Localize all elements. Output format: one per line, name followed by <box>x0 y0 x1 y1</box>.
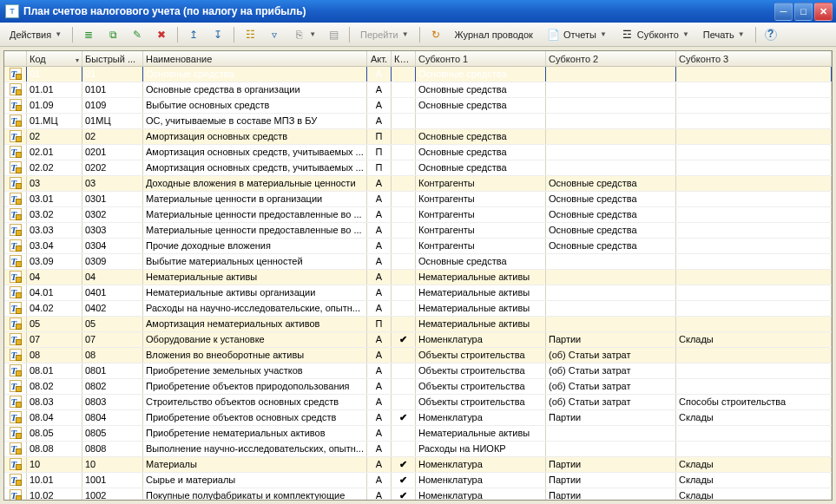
table-row[interactable]: T03.040304Прочие доходные вложенияАКонтр… <box>4 239 832 254</box>
table-row[interactable]: T10.021002Покупные полуфабрикаты и компл… <box>4 488 832 500</box>
reports-menu[interactable]: 📄 Отчеты ▼ <box>541 25 613 44</box>
paste-button[interactable]: ▤ <box>322 25 345 44</box>
col-icon[interactable] <box>4 51 27 67</box>
table-row[interactable]: T02.020202Амортизация основных средств, … <box>4 160 832 176</box>
cell-qty <box>392 254 416 269</box>
table-row[interactable]: T01.МЦ01МЦОС, учитываемые в составе МПЗ … <box>4 114 832 129</box>
cell-sub1: Контрагенты <box>416 239 546 253</box>
cell-sub3: Способы строительства <box>676 395 832 409</box>
cell-sub2 <box>546 145 676 160</box>
table-row[interactable]: T08.080808Выполнение научно-исследовател… <box>4 442 832 457</box>
add-copy-icon: ⧉ <box>106 28 120 42</box>
table-row[interactable]: T04.010401Нематериальные активы организа… <box>4 285 832 301</box>
account-icon: T <box>10 146 22 158</box>
table-row[interactable]: T08.010801Приобретение земельных участко… <box>4 363 832 379</box>
account-icon: T <box>10 411 22 423</box>
edit-button[interactable]: ✎ <box>126 25 148 44</box>
cell-name: Покупные полуфабрикаты и комплектующие <box>143 488 367 500</box>
table-row[interactable]: T0707Оборудование к установкеА✔Номенклат… <box>4 332 832 348</box>
table-row[interactable]: T03.090309Выбытие материальных ценностей… <box>4 254 832 270</box>
edit-icon: ✎ <box>130 28 144 42</box>
actions-menu[interactable]: Действия ▼ <box>3 25 68 44</box>
cell-sub3 <box>676 192 832 206</box>
cell-act: А <box>367 82 392 97</box>
grid-body[interactable]: T0101Основные средстваАОсновные средства… <box>4 67 832 500</box>
cell-name: Нематериальные активы <box>143 270 367 285</box>
table-row[interactable]: T01.090109Выбытие основных средствАОснов… <box>4 98 832 114</box>
minimize-button[interactable]: ─ <box>774 3 793 21</box>
refresh-button[interactable]: ↻ <box>425 25 447 44</box>
cell-code: 05 <box>27 317 82 331</box>
cell-quick: 0402 <box>82 301 143 316</box>
table-row[interactable]: T0505Амортизация нематериальных активовП… <box>4 317 832 332</box>
table-row[interactable]: T10.011001Сырье и материалыА✔Номенклатур… <box>4 473 832 488</box>
cell-qty <box>392 395 416 409</box>
move-down-button[interactable]: ↧ <box>207 25 229 44</box>
col-name[interactable]: Наименование <box>143 51 367 67</box>
subconto-menu[interactable]: ☲ Субконто ▼ <box>615 25 695 44</box>
row-icon-cell: T <box>4 317 27 331</box>
table-row[interactable]: T01.010101Основные средства в организаци… <box>4 82 832 98</box>
goto-menu[interactable]: Перейти ▼ <box>354 25 415 44</box>
table-row[interactable]: T0101Основные средстваАОсновные средства <box>4 67 832 82</box>
cell-quick: 0805 <box>82 426 143 441</box>
print-menu[interactable]: Печать ▼ <box>697 25 751 44</box>
cell-sub2 <box>546 270 676 285</box>
table-row[interactable]: T08.050805Приобретение нематериальных ак… <box>4 426 832 442</box>
col-sub2[interactable]: Субконто 2 <box>546 51 676 67</box>
delete-button[interactable]: ✖ <box>150 25 173 44</box>
table-row[interactable]: T03.020302Материальные ценности предоста… <box>4 207 832 223</box>
account-icon: T <box>10 349 22 361</box>
print-label: Печать <box>703 29 734 40</box>
add-copy-button[interactable]: ⧉ <box>102 25 124 44</box>
cell-sub2 <box>546 301 676 316</box>
col-sub3[interactable]: Субконто 3 <box>676 51 832 67</box>
table-row[interactable]: T08.040804Приобретение объектов основных… <box>4 410 832 426</box>
table-row[interactable]: T0808Вложения во внеоборотные активыАОбъ… <box>4 348 832 363</box>
close-button[interactable]: ✕ <box>814 3 833 21</box>
account-icon: T <box>10 161 22 173</box>
cell-sub1: Основные средства <box>416 98 546 113</box>
cell-quick: 04 <box>82 270 143 285</box>
help-button[interactable]: ? <box>760 25 781 44</box>
table-row[interactable]: T0303Доходные вложения в материальные це… <box>4 176 832 192</box>
copy-button[interactable]: ⎘▼ <box>287 25 320 44</box>
cell-code: 08.05 <box>27 426 82 441</box>
cell-qty <box>392 285 416 300</box>
filter-button[interactable]: ▿ <box>263 25 286 44</box>
row-icon-cell: T <box>4 98 27 113</box>
cell-name: Расходы на научно-исследовательские, опы… <box>143 301 367 316</box>
cell-sub2: (об) Статьи затрат <box>546 395 676 409</box>
accounts-grid[interactable]: Код Быстрый ... Наименование Акт. Кол. С… <box>3 50 833 501</box>
col-qty[interactable]: Кол. <box>392 51 416 67</box>
table-row[interactable]: T0404Нематериальные активыАНематериальны… <box>4 270 832 285</box>
move-up-button[interactable]: ↥ <box>182 25 205 44</box>
table-row[interactable]: T03.010301Материальные ценности в органи… <box>4 192 832 207</box>
cell-sub2 <box>546 317 676 331</box>
col-sub1[interactable]: Субконто 1 <box>416 51 546 67</box>
col-quick[interactable]: Быстрый ... <box>82 51 143 67</box>
col-code[interactable]: Код <box>27 51 82 67</box>
cell-qty <box>392 317 416 331</box>
cell-sub2: Основные средства <box>546 176 676 191</box>
table-row[interactable]: T04.020402Расходы на научно-исследовател… <box>4 301 832 317</box>
table-row[interactable]: T02.010201Амортизация основных средств, … <box>4 145 832 160</box>
col-act[interactable]: Акт. <box>367 51 392 67</box>
cell-name: Сырье и материалы <box>143 473 367 488</box>
cell-code: 01.МЦ <box>27 114 82 128</box>
table-row[interactable]: T0202Амортизация основных средствПОсновн… <box>4 129 832 145</box>
cell-sub2 <box>546 442 676 456</box>
maximize-button[interactable]: □ <box>794 3 813 21</box>
table-row[interactable]: T08.030803Строительство объектов основны… <box>4 395 832 410</box>
cell-sub1: Объекты строительства <box>416 395 546 409</box>
cell-sub1: Нематериальные активы <box>416 270 546 285</box>
account-icon: T <box>10 83 22 95</box>
hierarchy-button[interactable]: ☷ <box>239 25 261 44</box>
table-row[interactable]: T03.030303Материальные ценности предоста… <box>4 223 832 239</box>
cell-quick: 0309 <box>82 254 143 269</box>
account-icon: T <box>10 208 22 220</box>
add-button[interactable]: ≣ <box>77 25 100 44</box>
table-row[interactable]: T08.020802Приобретение объектов природоп… <box>4 379 832 395</box>
journal-button[interactable]: Журнал проводок <box>449 25 539 44</box>
table-row[interactable]: T1010МатериалыА✔НоменклатураПартииСклады <box>4 457 832 473</box>
